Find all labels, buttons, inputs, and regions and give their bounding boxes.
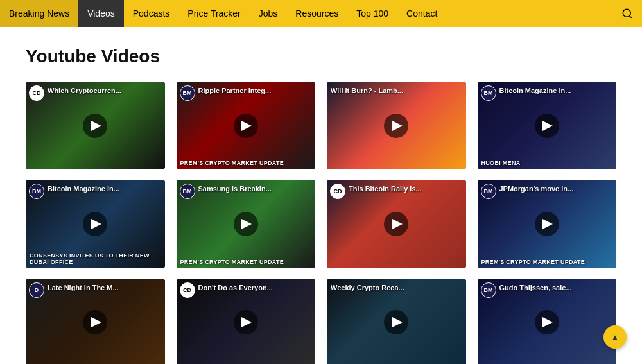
play-button[interactable]: [83, 114, 107, 138]
channel-badge: CD: [180, 282, 195, 298]
video-title: Ripple Partner Integ...: [198, 86, 272, 95]
channel-badge: CD: [330, 184, 345, 199]
play-button[interactable]: [535, 212, 559, 236]
scroll-to-top-button[interactable]: [603, 325, 627, 349]
video-title: Will It Burn? - Lamb...: [331, 86, 403, 95]
channel-badge: CD: [29, 85, 44, 101]
main-content: Youtube Videos CDWhich Cryptocurren...BM…: [0, 27, 642, 364]
video-title: JPMorgan's move in...: [499, 184, 574, 193]
video-title: Samsung Is Breakin...: [198, 184, 272, 193]
play-button[interactable]: [234, 114, 258, 138]
nav-item-podcasts[interactable]: Podcasts: [124, 0, 179, 27]
page-title: Youtube Videos: [26, 46, 616, 67]
video-card[interactable]: BMGudo Thijssen, sale...: [478, 279, 617, 364]
video-title: Don't Do as Everyon...: [198, 283, 273, 292]
video-grid: CDWhich Cryptocurren...BMRipple Partner …: [26, 82, 616, 364]
play-button[interactable]: [83, 212, 107, 236]
video-title: Bitcoin Magazine in...: [499, 86, 571, 95]
video-card[interactable]: CDWhich Cryptocurren...: [26, 82, 165, 169]
svg-point-0: [623, 9, 630, 17]
video-card[interactable]: Weekly Crypto Reca...: [327, 279, 466, 364]
video-title: Weekly Crypto Reca...: [331, 283, 404, 292]
video-card[interactable]: BMJPMorgan's move in...Prem's Crypto Mar…: [478, 180, 617, 267]
video-bottom-text: Prem's Crypto Market Update: [180, 160, 284, 166]
channel-badge: BM: [29, 184, 44, 199]
search-button[interactable]: [612, 0, 642, 27]
video-bottom-text: Huobi MENA: [482, 160, 521, 166]
channel-badge: BM: [180, 184, 195, 199]
nav-item-resources[interactable]: Resources: [286, 0, 347, 27]
video-title: This Bitcoin Rally Is...: [349, 184, 422, 193]
video-title: Late Night In The M...: [48, 283, 119, 292]
channel-badge: BM: [180, 85, 195, 101]
main-nav: Breaking NewsVideosPodcastsPrice Tracker…: [0, 0, 642, 27]
video-card[interactable]: BMSamsung Is Breakin...Prem's Crypto Mar…: [177, 180, 316, 267]
play-button[interactable]: [535, 114, 559, 138]
svg-line-1: [629, 15, 631, 17]
video-bottom-text: ConsenSys invites us to their new Dubai …: [30, 252, 165, 265]
play-button[interactable]: [234, 212, 258, 236]
nav-item-videos[interactable]: Videos: [78, 0, 124, 27]
video-title: Bitcoin Magazine in...: [48, 184, 119, 193]
video-title: Which Cryptocurren...: [48, 86, 121, 95]
video-card[interactable]: BMBitcoin Magazine in...ConsenSys invite…: [26, 180, 165, 267]
nav-item-jobs[interactable]: Jobs: [250, 0, 287, 27]
channel-badge: BM: [481, 85, 496, 101]
play-button[interactable]: [384, 114, 408, 138]
video-bottom-text: Prem's Crypto Market Update: [482, 259, 586, 265]
play-button[interactable]: [83, 310, 107, 334]
play-button[interactable]: [535, 310, 559, 334]
nav-item-breaking-news[interactable]: Breaking News: [0, 0, 78, 27]
video-bottom-text: Prem's Crypto Market Update: [180, 259, 284, 265]
play-button[interactable]: [384, 212, 408, 236]
video-card[interactable]: Will It Burn? - Lamb...: [327, 82, 466, 169]
video-title: Gudo Thijssen, sale...: [499, 283, 572, 292]
play-button[interactable]: [234, 310, 258, 334]
nav-item-contact[interactable]: Contact: [397, 0, 446, 27]
play-button[interactable]: [384, 310, 408, 334]
nav-item-price-tracker[interactable]: Price Tracker: [178, 0, 249, 27]
video-card[interactable]: CDThis Bitcoin Rally Is...: [327, 180, 466, 267]
channel-badge: BM: [481, 184, 496, 199]
video-card[interactable]: DLate Night In The M...: [26, 279, 165, 364]
video-card[interactable]: BMBitcoin Magazine in...Huobi MENA: [478, 82, 617, 169]
channel-badge: D: [29, 282, 44, 298]
nav-item-top-100[interactable]: Top 100: [347, 0, 397, 27]
video-card[interactable]: CDDon't Do as Everyon...: [177, 279, 316, 364]
video-card[interactable]: BMRipple Partner Integ...Prem's Crypto M…: [177, 82, 316, 169]
channel-badge: BM: [481, 282, 496, 298]
